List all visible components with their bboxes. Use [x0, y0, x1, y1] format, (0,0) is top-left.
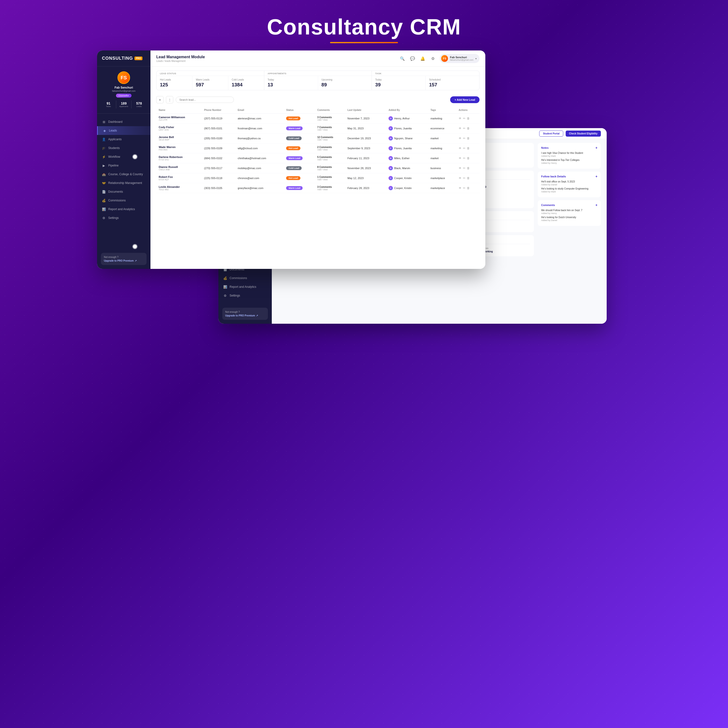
view-icon[interactable]: 👁 [459, 176, 462, 180]
sidebar-item-commissions[interactable]: 💰 Commissions [97, 196, 150, 205]
comment-add[interactable]: Add / View [317, 159, 343, 161]
view-icon[interactable]: 👁 [459, 167, 462, 170]
comment-add[interactable]: Add / View [317, 168, 343, 171]
cell-status: Warm Lead [284, 153, 315, 163]
comments-add-button[interactable]: + [595, 203, 598, 207]
comment-add[interactable]: Add / View [317, 119, 343, 121]
cell-comments: 8 Comments Add / View [315, 163, 345, 173]
top-bar-user[interactable]: FS Fab Senchuri fabsenchuri@gmail.com ▾ [440, 54, 480, 63]
sidebar-item-leads[interactable]: ◈ Leads [97, 126, 150, 135]
edit-icon[interactable]: ✏ [463, 176, 465, 180]
bottom-nav-settings[interactable]: ⚙ Settings [219, 291, 272, 300]
task-scheduled-item: Scheduled 157 [426, 76, 479, 90]
sidebar-item-course[interactable]: 🏫 Course, College & Country [97, 170, 150, 179]
table-row: Cody Fisher LE57 4AN (907) 555-0101 fros… [156, 124, 480, 133]
cell-actions: 👁 ✏ 🗑 [456, 113, 480, 124]
delete-icon[interactable]: 🗑 [467, 156, 470, 160]
edit-icon[interactable]: ✏ [463, 156, 465, 160]
check-eligibility-button[interactable]: Check Student Eligibility [566, 130, 601, 137]
added-by-avatar: C [388, 186, 393, 190]
comment-add[interactable]: Add / View [317, 188, 343, 191]
view-icon[interactable]: 👁 [459, 127, 462, 130]
pipeline-icon: ▶ [102, 164, 106, 167]
bottom-nav-analytics[interactable]: 📊 Report and Analytics [219, 283, 272, 291]
edit-icon[interactable]: ✏ [463, 167, 465, 170]
sidebar-upgrade-link[interactable]: Upgrade to PRO Premium ↗ [104, 259, 144, 262]
comment-add[interactable]: Add / View [317, 148, 343, 151]
follow-back-item-1-text: He'll visit office on Sept. 5 2023 [541, 180, 598, 183]
lead-name-text: Dianne Russell [159, 165, 199, 168]
added-by-avatar: F [388, 126, 393, 130]
bottom-upgrade-link[interactable]: Upgrade to PRO Premium ↗ [225, 314, 265, 317]
comment-add[interactable]: Add / View [317, 178, 343, 181]
sidebar-item-students[interactable]: 🎓 Students [97, 144, 150, 152]
cell-added-by: N Nguyen, Shane [386, 133, 428, 144]
lead-code-text: CW13 3NB [159, 168, 199, 171]
delete-icon[interactable]: 🗑 [467, 187, 470, 190]
search-icon[interactable]: 🔍 [399, 55, 406, 62]
cell-last-update: February 28, 2023 [345, 183, 386, 193]
added-by-avatar: H [388, 116, 393, 121]
bell-icon[interactable]: 🔔 [419, 55, 426, 62]
action-icons: 👁 ✏ 🗑 [459, 117, 477, 120]
status-badge: Hot Lead [286, 176, 300, 180]
delete-icon[interactable]: 🗑 [467, 176, 470, 180]
search-input[interactable] [176, 96, 234, 103]
cell-email: wllg@icloud.com [235, 144, 284, 153]
edit-icon[interactable]: ✏ [463, 117, 465, 120]
sidebar-item-applicants[interactable]: 👤 Applicants [97, 135, 150, 144]
view-icon[interactable]: 👁 [459, 137, 462, 140]
added-by-avatar: F [388, 146, 393, 150]
sidebar-item-dashboard[interactable]: ⊞ Dashboard [97, 118, 150, 126]
view-icon[interactable]: 👁 [459, 187, 462, 190]
view-icon[interactable]: 👁 [459, 156, 462, 160]
sidebar-item-course-label: Course, College & Country [108, 173, 143, 176]
edit-icon[interactable]: ✏ [463, 147, 465, 150]
cell-added-by: H Henry, Arthur [386, 113, 428, 124]
sidebar-item-documents[interactable]: 📄 Documents [97, 187, 150, 196]
delete-icon[interactable]: 🗑 [467, 167, 470, 170]
chat-icon[interactable]: 💬 [409, 55, 416, 62]
student-portal-button[interactable]: Student Portal [539, 130, 563, 137]
comment-add[interactable]: Add / View [317, 139, 343, 141]
lead-name-text: Robert Fox [159, 176, 199, 178]
warm-leads-label: Warm Leads [196, 78, 225, 81]
documents-icon: 📄 [102, 190, 106, 194]
added-by-avatar: N [388, 136, 393, 141]
sidebar-profile: FS Fab Senchuri fabsenchuri@gmail.com Co… [97, 66, 150, 113]
filter-icon[interactable]: ≡ [156, 96, 164, 103]
view-icon[interactable]: 👁 [459, 117, 462, 120]
delete-icon[interactable]: 🗑 [467, 127, 470, 130]
cell-email: chinthaka@hotmail.com [235, 153, 284, 163]
more-icon[interactable]: ⋮ [166, 96, 173, 103]
comment-add[interactable]: Add / View [317, 128, 343, 131]
notes-add-button[interactable]: + [595, 146, 598, 150]
comments-card: Comments + We should Follow back him on … [538, 200, 601, 226]
delete-icon[interactable]: 🗑 [467, 117, 470, 120]
delete-icon[interactable]: 🗑 [467, 147, 470, 150]
delete-icon[interactable]: 🗑 [467, 137, 470, 140]
comment-count: 12 Comments [317, 136, 343, 139]
sidebar-item-workflow[interactable]: ⚡ Workflow [97, 152, 150, 161]
cold-leads-label: Cold Leads [232, 78, 261, 81]
follow-back-add-button[interactable]: + [595, 174, 598, 178]
cell-last-update: November 7, 2023 [345, 113, 386, 124]
cell-comments: 3 Comments Add / View [315, 183, 345, 193]
sidebar-item-settings[interactable]: ⚙ Settings [97, 214, 150, 222]
view-icon[interactable]: 👁 [459, 147, 462, 150]
bottom-nav-commissions[interactable]: 💰 Commissions [219, 274, 272, 283]
status-badge: Warm Lead [286, 186, 303, 190]
cell-phone: (225) 555-0118 [202, 173, 235, 183]
add-lead-button[interactable]: + Add New Lead [450, 96, 480, 103]
gear-icon[interactable]: ⚙ [430, 55, 436, 62]
sidebar-item-relationship[interactable]: 🤝 Relationship Management [97, 179, 150, 187]
cell-last-update: December 19, 2023 [345, 133, 386, 144]
sidebar-item-pipeline[interactable]: ▶ Pipeline [97, 161, 150, 170]
bottom-upgrade-label: Not enough ? [225, 310, 240, 313]
edit-icon[interactable]: ✏ [463, 137, 465, 140]
sidebar-item-analytics[interactable]: 📊 Report and Analytics [97, 205, 150, 214]
edit-icon[interactable]: ✏ [463, 187, 465, 190]
cell-email: frostman@imac.com [235, 124, 284, 133]
added-by-avatar: M [388, 156, 393, 161]
edit-icon[interactable]: ✏ [463, 127, 465, 130]
